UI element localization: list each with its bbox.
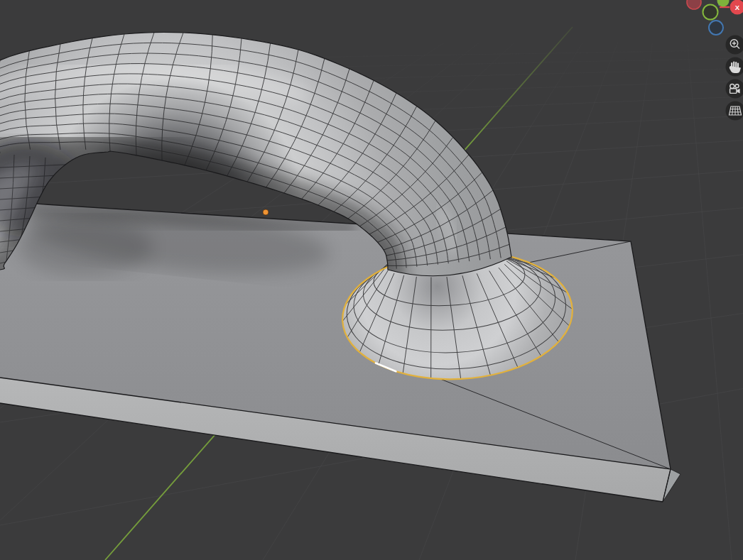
- gizmo-neg-z-ball[interactable]: [709, 21, 723, 35]
- gizmo-neg-x-ball[interactable]: [687, 0, 701, 9]
- gizmo-x-label: X: [735, 4, 740, 11]
- viewport-canvas[interactable]: X: [0, 0, 743, 560]
- gizmo-neg-y-ball[interactable]: [703, 5, 718, 20]
- object-origin: [263, 209, 269, 215]
- blender-3d-viewport[interactable]: X: [0, 0, 743, 560]
